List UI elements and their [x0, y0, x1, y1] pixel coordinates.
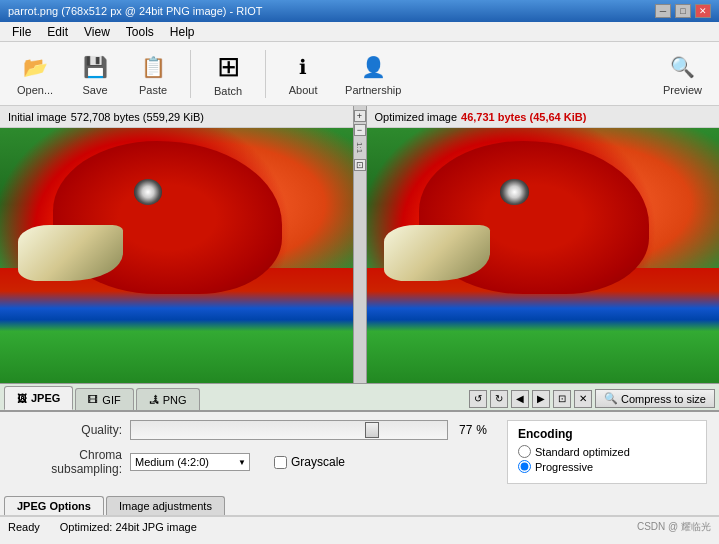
quality-label: Quality: — [12, 423, 122, 437]
sub-tab-image-adjustments[interactable]: Image adjustments — [106, 496, 225, 515]
quality-slider-track[interactable] — [130, 420, 448, 440]
chroma-select-wrapper: Medium (4:2:0) High (4:4:4) Low (4:1:1) — [130, 453, 250, 471]
zoom-ratio: 1:1 — [355, 142, 364, 153]
preview-icon: 🔍 — [666, 52, 698, 82]
gif-tab-icon: 🎞 — [88, 394, 98, 405]
save-label: Save — [83, 84, 108, 96]
optimized-size: 46,731 bytes (45,64 KiB) — [461, 111, 586, 123]
undo-button[interactable]: ↺ — [469, 390, 487, 408]
progressive-radio-row: Progressive — [518, 460, 696, 473]
options-area: Quality: 77 % Chroma subsampling: Medium… — [0, 412, 719, 492]
save-button[interactable]: 💾 Save — [70, 47, 120, 101]
format-tabs-bar: 🖼 JPEG 🎞 GIF 🏞 PNG ↺ ↻ ◀ ▶ ⊡ ✕ 🔍 Compres… — [0, 384, 719, 412]
optimized-image-label: Optimized image 46,731 bytes (45,64 KiB) — [367, 106, 720, 128]
optimized-image-panel: Optimized image 46,731 bytes (45,64 KiB) — [367, 106, 720, 383]
menu-bar: File Edit View Tools Help — [0, 22, 719, 42]
quality-value: 77 — [452, 423, 472, 437]
optimized-image — [367, 128, 720, 383]
parrot-beak-2 — [384, 225, 490, 281]
paste-button[interactable]: 📋 Paste — [128, 47, 178, 101]
jpeg-tab-icon: 🖼 — [17, 393, 27, 404]
batch-icon: ⊞ — [212, 51, 244, 83]
parrot-eye-2 — [500, 179, 528, 205]
compress-to-size-button[interactable]: 🔍 Compress to size — [595, 389, 715, 408]
tab-gif[interactable]: 🎞 GIF — [75, 388, 133, 410]
bottom-panel: 🖼 JPEG 🎞 GIF 🏞 PNG ↺ ↻ ◀ ▶ ⊡ ✕ 🔍 Compres… — [0, 384, 719, 536]
progressive-label: Progressive — [535, 461, 593, 473]
batch-label: Batch — [214, 85, 242, 97]
partnership-label: Partnership — [345, 84, 401, 96]
fit-button[interactable]: ⊡ — [354, 159, 366, 171]
sub-tab-jpeg-options[interactable]: JPEG Options — [4, 496, 104, 515]
compress-label: Compress to size — [621, 393, 706, 405]
next-button[interactable]: ▶ — [532, 390, 550, 408]
optimized-label-text: Optimized image — [375, 111, 458, 123]
paste-icon: 📋 — [137, 52, 169, 82]
quality-slider-container: 77 % — [130, 420, 487, 440]
png-tab-icon: 🏞 — [149, 394, 159, 405]
gif-tab-label: GIF — [102, 394, 120, 406]
chroma-select[interactable]: Medium (4:2:0) High (4:4:4) Low (4:1:1) — [130, 453, 250, 471]
open-button[interactable]: 📂 Open... — [8, 47, 62, 101]
chroma-label: Chroma subsampling: — [12, 448, 122, 476]
menu-edit[interactable]: Edit — [39, 23, 76, 41]
title-bar: parrot.png (768x512 px @ 24bit PNG image… — [0, 0, 719, 22]
close-button[interactable]: ✕ — [695, 4, 711, 18]
window-controls: ─ □ ✕ — [655, 4, 711, 18]
open-icon: 📂 — [19, 52, 51, 82]
toolbar: 📂 Open... 💾 Save 📋 Paste ⊞ Batch ℹ About… — [0, 42, 719, 106]
menu-view[interactable]: View — [76, 23, 118, 41]
standard-label: Standard optimized — [535, 446, 630, 458]
save-icon: 💾 — [79, 52, 111, 82]
tab-actions: ↺ ↻ ◀ ▶ ⊡ ✕ 🔍 Compress to size — [469, 389, 715, 408]
menu-tools[interactable]: Tools — [118, 23, 162, 41]
initial-image-panel: Initial image 572,708 bytes (559,29 KiB) — [0, 106, 353, 383]
quality-percent: % — [476, 423, 487, 437]
app-title: parrot.png (768x512 px @ 24bit PNG image… — [8, 5, 263, 17]
about-button[interactable]: ℹ About — [278, 47, 328, 101]
maximize-button[interactable]: □ — [675, 4, 691, 18]
reset-button[interactable]: ✕ — [574, 390, 592, 408]
jpeg-tab-label: JPEG — [31, 392, 60, 404]
png-tab-label: PNG — [163, 394, 187, 406]
prev-button[interactable]: ◀ — [511, 390, 529, 408]
menu-file[interactable]: File — [4, 23, 39, 41]
menu-help[interactable]: Help — [162, 23, 203, 41]
initial-size: 572,708 bytes (559,29 KiB) — [71, 111, 204, 123]
grayscale-row: Grayscale — [274, 455, 345, 469]
batch-button[interactable]: ⊞ Batch — [203, 47, 253, 101]
zoom-out-button[interactable]: − — [354, 124, 366, 136]
tab-jpeg[interactable]: 🖼 JPEG — [4, 386, 73, 410]
quality-slider-thumb[interactable] — [365, 422, 379, 438]
zoom-in-button[interactable]: + — [354, 110, 366, 122]
preview-button[interactable]: 🔍 Preview — [654, 47, 711, 101]
standard-radio[interactable] — [518, 445, 531, 458]
grayscale-checkbox[interactable] — [274, 456, 287, 469]
image-divider: + − 1:1 ⊡ — [353, 106, 367, 383]
minimize-button[interactable]: ─ — [655, 4, 671, 18]
standard-radio-row: Standard optimized — [518, 445, 696, 458]
fit-to-window-button[interactable]: ⊡ — [553, 390, 571, 408]
status-bar: Ready Optimized: 24bit JPG image CSDN @ … — [0, 516, 719, 536]
about-icon: ℹ — [287, 52, 319, 82]
options-left: Quality: 77 % Chroma subsampling: Medium… — [12, 420, 487, 484]
compress-icon: 🔍 — [604, 392, 618, 405]
quality-row: Quality: 77 % — [12, 420, 487, 440]
sub-tabs: JPEG Options Image adjustments — [0, 492, 719, 516]
progressive-radio[interactable] — [518, 460, 531, 473]
parrot-beak — [18, 225, 124, 281]
about-label: About — [289, 84, 318, 96]
open-label: Open... — [17, 84, 53, 96]
chroma-row: Chroma subsampling: Medium (4:2:0) High … — [12, 448, 487, 476]
tab-png[interactable]: 🏞 PNG — [136, 388, 200, 410]
paste-label: Paste — [139, 84, 167, 96]
redo-button[interactable]: ↻ — [490, 390, 508, 408]
parrot-eye — [134, 179, 162, 205]
initial-image-label: Initial image 572,708 bytes (559,29 KiB) — [0, 106, 353, 128]
partnership-button[interactable]: 👤 Partnership — [336, 47, 410, 101]
grayscale-label: Grayscale — [291, 455, 345, 469]
status-optimized: Optimized: 24bit JPG image — [60, 521, 197, 533]
initial-label-text: Initial image — [8, 111, 67, 123]
preview-label: Preview — [663, 84, 702, 96]
toolbar-separator — [190, 50, 191, 98]
